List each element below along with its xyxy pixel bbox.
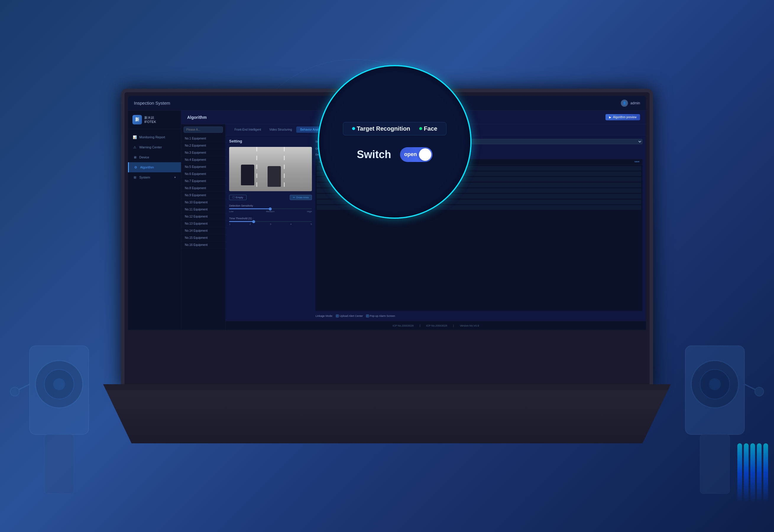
sensitivity-label: Detection Sensitivity bbox=[229, 204, 312, 207]
equipment-item-10[interactable]: No.10 Equipment bbox=[181, 199, 225, 206]
face-tab-label: Face bbox=[424, 125, 438, 132]
sidebar-item-warning[interactable]: ⚠ Warning Center bbox=[128, 142, 181, 152]
device-icon: 🖥 bbox=[133, 155, 137, 159]
laptop-base bbox=[103, 384, 671, 443]
zoom-tabs: Target Recognition Face bbox=[343, 122, 446, 135]
sidebar-nav: 📊 Monitoring Report ⚠ Warning Center 🖥 D bbox=[128, 129, 181, 330]
time-thumb[interactable] bbox=[252, 220, 255, 223]
toggle-open-label: open bbox=[404, 151, 417, 158]
equipment-item-1[interactable]: No.1 Equipment bbox=[181, 135, 225, 142]
face-tab-dot bbox=[419, 127, 422, 130]
header-user: 👤 admin bbox=[621, 100, 640, 107]
tab-video-structuring[interactable]: Video Structuring bbox=[265, 126, 296, 133]
linkage-mode-row: Linkage Mode: ✓ Upload Alert Center ✓ bbox=[315, 314, 642, 317]
toggle-ball bbox=[419, 148, 431, 161]
zoom-tab-target[interactable]: Target Recognition bbox=[352, 125, 410, 132]
footer-divider-1: | bbox=[420, 324, 420, 327]
zoom-toggle[interactable]: open bbox=[400, 147, 433, 162]
draw-icon: ✏ bbox=[293, 196, 295, 199]
svg-point-6 bbox=[10, 387, 19, 396]
switch-label: Switch bbox=[357, 148, 391, 161]
video-controls: ☐ Empty ✏ Draw Area bbox=[229, 195, 312, 200]
video-preview bbox=[229, 147, 312, 191]
time-labels: 1 2 3 4 5 bbox=[229, 223, 312, 226]
equipment-search bbox=[181, 124, 225, 135]
zoom-switch-area: Switch open bbox=[357, 147, 433, 162]
algorithm-icon: ⚙ bbox=[134, 165, 138, 169]
algorithm-preview-button[interactable]: ▶ Algorithm preview bbox=[605, 114, 640, 120]
zoom-circle: Target Recognition Face Switch open bbox=[318, 65, 472, 219]
equipment-item-5[interactable]: No.5 Equipment bbox=[181, 163, 225, 171]
laptop-wrapper: Inspection System 👤 admin 新 bbox=[62, 30, 712, 502]
draw-area-button[interactable]: ✏ Draw Area bbox=[290, 195, 312, 200]
equipment-search-input[interactable] bbox=[184, 126, 223, 133]
svg-point-13 bbox=[755, 387, 764, 396]
equipment-item-8[interactable]: No.8 Equipment bbox=[181, 185, 225, 192]
sidebar-logo: 新 新大识 IFOTEK bbox=[128, 111, 181, 129]
equipment-item-2[interactable]: No.2 Equipment bbox=[181, 142, 225, 149]
header-title: Inspection System bbox=[134, 100, 170, 106]
time-threshold-label: Time Threshold (S) : bbox=[229, 217, 312, 220]
equipment-item-16[interactable]: No.16 Equipment bbox=[181, 241, 225, 249]
sidebar-item-monitoring[interactable]: 📊 Monitoring Report bbox=[128, 132, 181, 142]
upload-alert-checkbox[interactable]: ✓ Upload Alert Center bbox=[336, 314, 363, 317]
laptop-outer: Inspection System 👤 admin 新 bbox=[121, 89, 653, 443]
algo-left: Setting bbox=[229, 139, 312, 317]
road-lane-1 bbox=[256, 147, 257, 191]
table-save-btn[interactable]: save bbox=[631, 159, 642, 164]
setting-title: Setting bbox=[229, 139, 312, 143]
equipment-item-3[interactable]: No.3 Equipment bbox=[181, 149, 225, 156]
laptop-hinge bbox=[103, 384, 671, 390]
equipment-panel: No.1 Equipment No.2 Equipment No.3 Equip… bbox=[181, 124, 226, 330]
car-2 bbox=[268, 166, 281, 187]
equipment-item-4[interactable]: No.4 Equipment bbox=[181, 156, 225, 163]
equipment-item-6[interactable]: No.6 Equipment bbox=[181, 171, 225, 178]
time-track[interactable] bbox=[229, 221, 312, 222]
equipment-item-14[interactable]: No.14 Equipment bbox=[181, 227, 225, 234]
sidebar-item-algorithm[interactable]: ⚙ Algorithm bbox=[128, 162, 181, 172]
sidebar-item-device[interactable]: 🖥 Device bbox=[128, 152, 181, 162]
target-tab-label: Target Recognition bbox=[357, 125, 410, 132]
target-tab-dot bbox=[352, 127, 355, 130]
car-1 bbox=[241, 165, 254, 185]
popup-alarm-checkbox[interactable]: ✓ Pop-up Alarm Screen bbox=[366, 314, 395, 317]
logo-text: 新大识 IFOTEK bbox=[144, 116, 156, 124]
sidebar: 新 新大识 IFOTEK 📊 Monitoring Report bbox=[128, 111, 181, 330]
equipment-item-11[interactable]: No.11 Equipment bbox=[181, 206, 225, 213]
sensitivity-labels: Low Medium High bbox=[229, 210, 312, 213]
system-icon: ⊞ bbox=[133, 175, 137, 179]
upload-alert-check-icon: ✓ bbox=[336, 314, 339, 317]
popup-alarm-check-icon: ✓ bbox=[366, 314, 369, 317]
warning-icon: ⚠ bbox=[133, 145, 137, 149]
content-page-title: Algorithm bbox=[187, 115, 207, 120]
equipment-item-12[interactable]: No.12 Equipment bbox=[181, 213, 225, 220]
sidebar-item-system[interactable]: ⊞ System ▼ bbox=[128, 172, 181, 182]
preview-icon: ▶ bbox=[609, 116, 611, 119]
empty-icon: ☐ bbox=[232, 196, 235, 199]
equipment-item-13[interactable]: No.13 Equipment bbox=[181, 220, 225, 227]
sensitivity-thumb[interactable] bbox=[269, 207, 272, 210]
empty-button[interactable]: ☐ Empty bbox=[229, 195, 247, 200]
footer-divider-2: | bbox=[453, 324, 454, 327]
footer-version: Version No.V0.9 bbox=[460, 324, 479, 327]
system-expand-icon: ▼ bbox=[174, 176, 176, 179]
monitoring-icon: 📊 bbox=[133, 135, 137, 139]
equipment-item-7[interactable]: No.7 Equipment bbox=[181, 178, 225, 185]
time-threshold-section: Time Threshold (S) : 1 bbox=[229, 217, 312, 226]
sensitivity-section: Detection Sensitivity Low bbox=[229, 204, 312, 213]
video-road bbox=[229, 147, 312, 191]
zoom-tab-face[interactable]: Face bbox=[419, 125, 438, 132]
logo-icon: 新 bbox=[132, 115, 142, 124]
svg-line-5 bbox=[18, 384, 30, 390]
road-lane-2 bbox=[284, 147, 285, 191]
footer-icp-1: ICP No.20003028 bbox=[393, 324, 414, 327]
tab-front-end[interactable]: Front-End Intelligent bbox=[230, 126, 265, 133]
app-footer: ICP No.20003028 | ICP No.20003028 | Vers… bbox=[226, 321, 646, 330]
linkage-mode-label: Linkage Mode: bbox=[315, 314, 333, 317]
sensitivity-track[interactable] bbox=[229, 208, 312, 209]
user-avatar: 👤 bbox=[621, 100, 628, 107]
admin-label: admin bbox=[630, 101, 640, 105]
equipment-item-9[interactable]: No.9 Equipment bbox=[181, 192, 225, 199]
time-fill bbox=[229, 221, 254, 222]
equipment-item-15[interactable]: No.15 Equipment bbox=[181, 234, 225, 241]
